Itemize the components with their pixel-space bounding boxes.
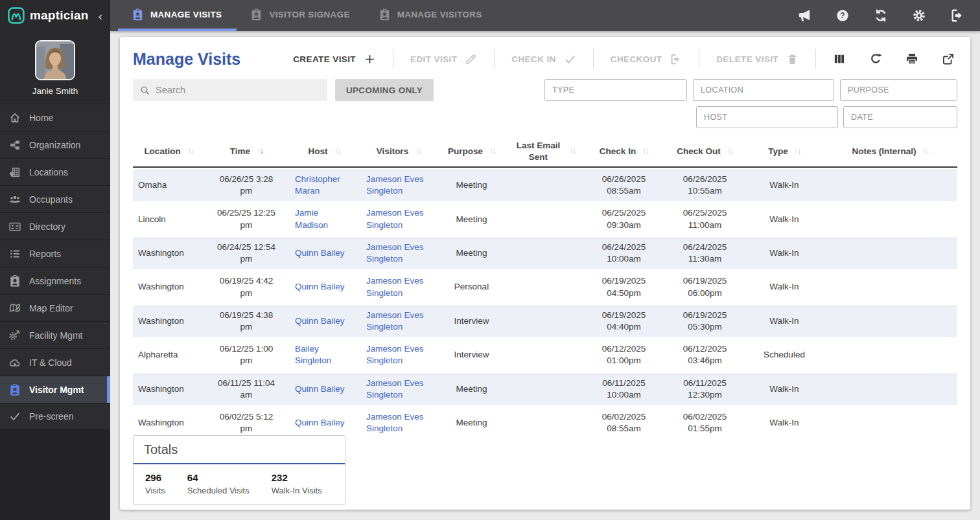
- date-filter-input[interactable]: [843, 106, 957, 128]
- column-header-check-in[interactable]: Check In↑↓: [583, 146, 664, 157]
- sidebar-item-label: Map Editor: [29, 303, 73, 313]
- sidebar-item-assignments[interactable]: Assignments: [0, 267, 110, 294]
- export-icon[interactable]: [942, 52, 955, 65]
- visitors-link[interactable]: Jameson Eves Singleton: [366, 276, 424, 297]
- sidebar-item-label: Pre-screen: [29, 411, 73, 422]
- sidebar-item-locations[interactable]: Locations: [0, 158, 110, 185]
- upcoming-only-button[interactable]: UPCOMING ONLY: [335, 79, 434, 101]
- cell-purpose: Meeting: [438, 379, 506, 400]
- delete-visit-button[interactable]: DELETE VISIT: [716, 53, 799, 65]
- sidebar-item-label: Assignments: [29, 276, 81, 286]
- edit-visit-button[interactable]: EDIT VISIT: [410, 53, 477, 65]
- search-input[interactable]: [156, 85, 321, 95]
- cell-check-in: 06/02/2025 08:55am: [583, 407, 664, 439]
- cell-check-out: 06/24/2025 11:30am: [664, 237, 745, 269]
- table-row[interactable]: Washington06/11/25 11:04 amQuinn BaileyJ…: [133, 373, 957, 407]
- sidebar-item-map-editor[interactable]: Map Editor: [0, 294, 110, 321]
- cell-check-in: 06/19/2025 04:50pm: [583, 271, 664, 303]
- tab-manage-visits[interactable]: MANAGE VISITS: [118, 0, 237, 31]
- edit-visit-label: EDIT VISIT: [410, 54, 457, 64]
- table-row[interactable]: Washington06/24/25 12:54 pmQuinn BaileyJ…: [133, 237, 957, 271]
- total-stat-walk-in-visits: 232Walk-In Visits: [272, 472, 322, 495]
- column-header-purpose[interactable]: Purpose↑↓: [438, 146, 506, 157]
- help-icon[interactable]: ?: [835, 8, 850, 23]
- visitors-link[interactable]: Jameson Eves Singleton: [366, 412, 424, 433]
- table-row[interactable]: Alpharetta06/12/25 1:00 pmBailey Singlet…: [133, 339, 957, 372]
- table-row[interactable]: Lincoln06/25/25 12:25 pmJamie MadisonJam…: [133, 203, 957, 236]
- check-in-button[interactable]: CHECK IN: [511, 53, 576, 65]
- organization-icon: [9, 139, 21, 151]
- host-link[interactable]: Quinn Bailey: [295, 316, 345, 326]
- sidebar-collapse-button[interactable]: ‹: [97, 10, 104, 22]
- checkout-button[interactable]: CHECKOUT: [611, 53, 682, 65]
- sidebar-filler: [0, 430, 110, 520]
- visitors-link[interactable]: Jameson Eves Singleton: [366, 378, 424, 400]
- cell-host: Quinn Bailey: [288, 277, 360, 297]
- cell-type: Walk-In: [745, 243, 823, 264]
- cell-location: Washington: [133, 379, 204, 400]
- column-header-location[interactable]: Location↑↓: [133, 146, 204, 157]
- sidebar-item-it-cloud[interactable]: IT & Cloud: [0, 348, 110, 376]
- tab-manage-visitors[interactable]: MANAGE VISITORS: [365, 0, 497, 31]
- type-filter-input[interactable]: [544, 79, 687, 101]
- cell-last-email-sent: [506, 181, 583, 190]
- column-header-last-email-sent[interactable]: Last Email Sent↑↓: [506, 140, 583, 163]
- column-header-type[interactable]: Type↑↓: [745, 146, 823, 157]
- host-link[interactable]: Bailey Singleton: [295, 344, 331, 365]
- visitors-link[interactable]: Jameson Eves Singleton: [366, 174, 424, 196]
- announcements-icon[interactable]: [797, 8, 811, 23]
- sync-icon[interactable]: [874, 8, 888, 23]
- visitors-link[interactable]: Jameson Eves Singleton: [366, 344, 424, 365]
- host-link[interactable]: Christopher Maran: [295, 174, 340, 196]
- table-row[interactable]: Washington06/19/25 4:38 pmQuinn BaileyJa…: [133, 305, 957, 339]
- location-filter-input[interactable]: [693, 79, 834, 101]
- table-row[interactable]: Omaha06/26/25 3:28 pmChristopher MaranJa…: [133, 169, 957, 203]
- sidebar-item-reports[interactable]: Reports: [0, 240, 110, 267]
- host-link[interactable]: Quinn Bailey: [295, 248, 345, 258]
- host-filter-input[interactable]: [696, 106, 838, 128]
- sidebar-item-pre-screen[interactable]: Pre-screen: [0, 403, 110, 430]
- sort-arrows-icon: ↑↓: [795, 146, 800, 157]
- visitors-link[interactable]: Jameson Eves Singleton: [366, 208, 424, 229]
- host-link[interactable]: Jamie Madison: [295, 208, 328, 229]
- sidebar-item-organization[interactable]: Organization: [0, 131, 110, 158]
- column-header-notes-internal[interactable]: Notes (Internal)↑↓: [823, 146, 957, 157]
- column-header-visitors[interactable]: Visitors↑↓: [360, 146, 438, 157]
- user-profile: Janie Smith: [0, 31, 110, 104]
- avatar[interactable]: [35, 40, 75, 80]
- create-visit-button[interactable]: CREATE VISIT: [293, 53, 376, 65]
- column-header-host[interactable]: Host↑↓: [288, 146, 360, 157]
- cell-notes: [823, 317, 957, 326]
- cell-purpose: Personal: [438, 277, 506, 297]
- visitors-link[interactable]: Jameson Eves Singleton: [366, 242, 424, 264]
- cell-visitors: Jameson Eves Singleton: [360, 203, 438, 235]
- maptician-logo-icon: [8, 7, 25, 24]
- sidebar-item-directory[interactable]: Directory: [0, 212, 110, 240]
- sidebar-item-facility-mgmt[interactable]: Facility Mgmt: [0, 321, 110, 348]
- cell-notes: [823, 385, 957, 394]
- columns-icon[interactable]: [833, 52, 846, 65]
- column-header-check-out[interactable]: Check Out↑↓: [664, 146, 745, 157]
- tab-visitor-signage[interactable]: VISITOR SIGNAGE: [237, 0, 364, 31]
- visit-badge-icon: [380, 8, 390, 21]
- cell-last-email-sent: [506, 418, 583, 427]
- print-icon[interactable]: [905, 52, 918, 65]
- host-link[interactable]: Quinn Bailey: [295, 384, 345, 394]
- sign-out-icon[interactable]: [950, 8, 964, 23]
- column-header-time[interactable]: Time↑↓: [204, 146, 288, 157]
- reload-icon[interactable]: [869, 52, 882, 65]
- host-link[interactable]: Quinn Bailey: [295, 418, 345, 427]
- sidebar-item-home[interactable]: Home: [0, 104, 110, 131]
- sidebar-item-occupants[interactable]: Occupants: [0, 185, 110, 212]
- cell-check-in: 06/11/2025 10:00am: [583, 373, 664, 405]
- column-label: Check In: [600, 146, 636, 157]
- host-link[interactable]: Quinn Bailey: [295, 282, 345, 291]
- brand-row: maptician ‹: [0, 0, 110, 31]
- table-row[interactable]: Washington06/19/25 4:42 pmQuinn BaileyJa…: [133, 271, 957, 304]
- sidebar-item-visitor-mgmt[interactable]: Visitor Mgmt: [0, 376, 110, 403]
- cell-visitors: Jameson Eves Singleton: [360, 407, 438, 439]
- visitors-link[interactable]: Jameson Eves Singleton: [366, 310, 424, 332]
- sort-arrows-icon: ↑↓: [334, 146, 340, 157]
- settings-icon[interactable]: [912, 8, 926, 23]
- purpose-filter-input[interactable]: [840, 79, 957, 101]
